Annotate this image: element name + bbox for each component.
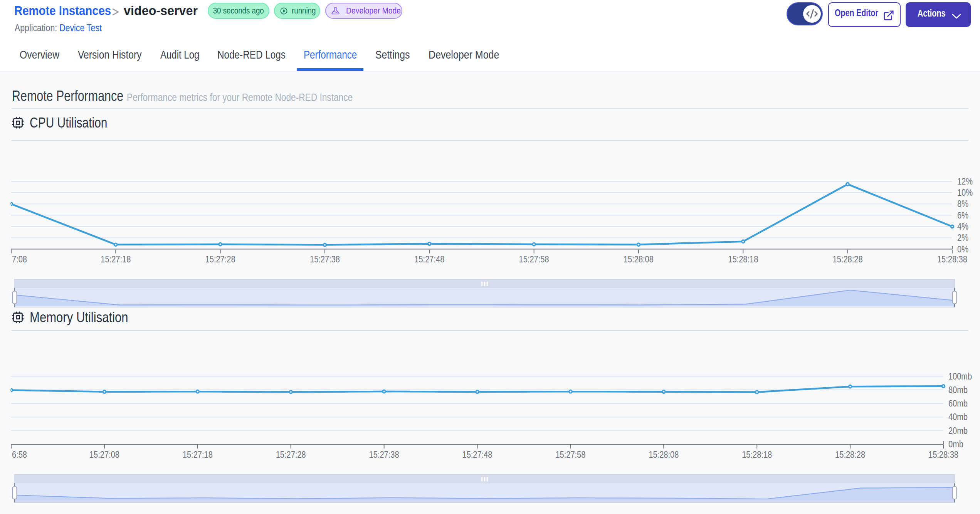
svg-text:6:58: 6:58 (12, 450, 27, 460)
svg-text:15:27:08: 15:27:08 (89, 450, 119, 460)
svg-text:4%: 4% (957, 222, 968, 232)
svg-text:15:28:18: 15:28:18 (742, 450, 772, 460)
svg-text:15:28:28: 15:28:28 (835, 450, 865, 460)
svg-text:0mb: 0mb (948, 439, 963, 449)
svg-text:40mb: 40mb (948, 412, 968, 422)
svg-text:10%: 10% (957, 188, 973, 198)
svg-text:15:28:08: 15:28:08 (649, 450, 679, 460)
svg-text:15:27:48: 15:27:48 (462, 450, 493, 460)
svg-text:15:27:48: 15:27:48 (414, 254, 444, 264)
svg-text:8%: 8% (957, 199, 968, 209)
svg-text:15:27:38: 15:27:38 (369, 450, 399, 460)
svg-text:15:28:38: 15:28:38 (937, 254, 967, 264)
svg-text:6%: 6% (957, 210, 968, 220)
svg-text:15:27:18: 15:27:18 (101, 254, 131, 264)
svg-text:15:27:38: 15:27:38 (310, 254, 340, 264)
svg-text:15:27:58: 15:27:58 (519, 254, 549, 264)
svg-text:0%: 0% (957, 244, 968, 254)
svg-text:15:27:28: 15:27:28 (276, 450, 306, 460)
svg-text:20mb: 20mb (948, 426, 968, 436)
svg-text:2%: 2% (957, 233, 968, 243)
svg-text:15:27:28: 15:27:28 (205, 254, 235, 264)
svg-text:15:28:38: 15:28:38 (928, 450, 958, 460)
svg-text:60mb: 60mb (948, 398, 968, 408)
svg-text:15:28:28: 15:28:28 (833, 254, 863, 264)
svg-text:12%: 12% (957, 176, 973, 186)
svg-text:15:27:58: 15:27:58 (555, 450, 585, 460)
svg-text:80mb: 80mb (948, 385, 968, 395)
svg-text:15:28:08: 15:28:08 (624, 254, 654, 264)
svg-text:7:08: 7:08 (12, 254, 27, 264)
svg-text:15:28:18: 15:28:18 (728, 254, 758, 264)
svg-text:15:27:18: 15:27:18 (183, 450, 213, 460)
svg-text:100mb: 100mb (948, 371, 972, 381)
